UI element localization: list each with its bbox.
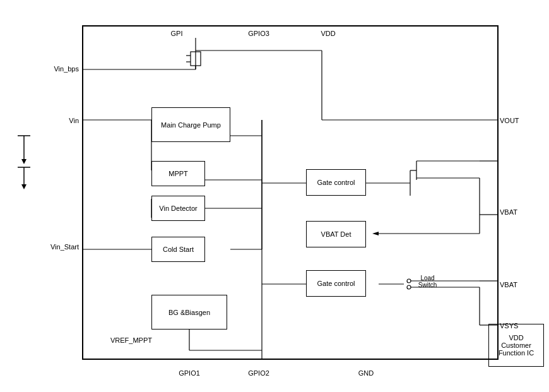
vin-bps-label: Vin_bps [54,65,79,73]
gpio2-label: GPIO2 [248,369,269,377]
customer-ic-line1: Customer [501,342,531,349]
bg-biasgen-label: BG &Biasgen [168,309,210,316]
customer-function-ic-box: VDD Customer Function IC [488,324,544,367]
customer-ic-line2: Function IC [499,349,534,357]
gate-control-top-block: Gate control [306,169,366,196]
vbat-top-label: VBAT [500,208,517,216]
vbat-det-label: VBAT Det [321,230,351,238]
cold-start-block: Cold Start [151,237,205,262]
gnd-label: GND [358,369,374,377]
gpio1-label: GPIO1 [179,369,200,377]
gate-control-bottom-label: Gate control [317,280,355,287]
vout-label: VOUT [500,117,519,124]
main-charge-pump-label: Main Charge Pump [161,121,221,129]
gate-control-bottom-block: Gate control [306,270,366,297]
mppt-block: MPPT [151,161,205,186]
svg-marker-48 [21,184,27,189]
load-switch-label: LoadSwitch [413,275,442,288]
vin-start-label: Vin_Start [50,243,79,251]
main-charge-pump-block: Main Charge Pump [151,107,230,142]
gate-control-top-label: Gate control [317,179,355,186]
vbat-bottom-label: VBAT [500,281,517,288]
vin-detector-label: Vin Detector [159,205,197,212]
main-diagram-box [82,25,499,360]
vbat-det-block: VBAT Det [306,221,366,247]
svg-marker-46 [21,159,27,164]
mppt-label: MPPT [168,170,188,177]
customer-ic-vdd: VDD [509,334,523,342]
vin-detector-block: Vin Detector [151,196,205,221]
cold-start-label: Cold Start [163,246,194,253]
vin-label: Vin [69,117,79,124]
bg-biasgen-block: BG &Biasgen [151,295,227,330]
